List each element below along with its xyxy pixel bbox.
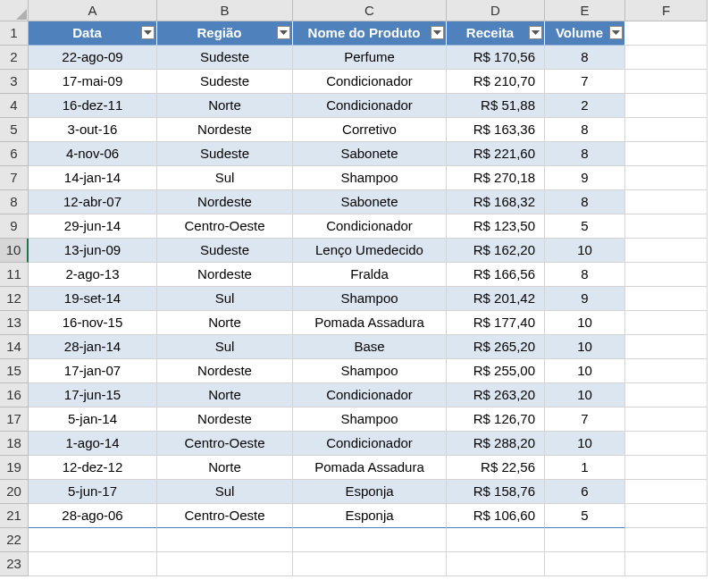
- cell-F6[interactable]: [625, 142, 708, 166]
- cell-D6[interactable]: R$ 221,60: [447, 142, 545, 166]
- cell-C18[interactable]: Condicionador: [293, 432, 447, 456]
- column-header-E[interactable]: E: [545, 0, 625, 21]
- cell-E22[interactable]: [545, 528, 625, 552]
- cell-F10[interactable]: [625, 239, 708, 263]
- col-e-filter-button[interactable]: [609, 26, 623, 39]
- cell-B3[interactable]: Sudeste: [157, 70, 293, 94]
- row-header-3[interactable]: 3: [0, 70, 29, 94]
- cell-D15[interactable]: R$ 255,00: [447, 359, 545, 383]
- cell-A6[interactable]: 4-nov-06: [29, 142, 157, 166]
- cell-D22[interactable]: [447, 528, 545, 552]
- cell-E11[interactable]: 8: [545, 263, 625, 287]
- column-header-B[interactable]: B: [157, 0, 293, 21]
- cell-A21[interactable]: 28-ago-06: [29, 504, 157, 528]
- cell-F12[interactable]: [625, 287, 708, 311]
- cell-A17[interactable]: 5-jan-14: [29, 407, 157, 432]
- row-header-15[interactable]: 15: [0, 359, 29, 383]
- cell-F3[interactable]: [625, 70, 708, 94]
- cell-E17[interactable]: 7: [545, 407, 625, 432]
- table-header-a[interactable]: Data: [29, 21, 157, 46]
- cell-D20[interactable]: R$ 158,76: [447, 480, 545, 504]
- table-header-b[interactable]: Região: [157, 21, 293, 46]
- cell-E12[interactable]: 9: [545, 287, 625, 311]
- cell-E13[interactable]: 10: [545, 311, 625, 335]
- cell-D12[interactable]: R$ 201,42: [447, 287, 545, 311]
- column-header-A[interactable]: A: [29, 0, 157, 21]
- cell-B21[interactable]: Centro-Oeste: [157, 504, 293, 528]
- cell-F2[interactable]: [625, 46, 708, 70]
- cell-F14[interactable]: [625, 335, 708, 359]
- cell-A13[interactable]: 16-nov-15: [29, 311, 157, 335]
- cell-B11[interactable]: Nordeste: [157, 263, 293, 287]
- cell-A12[interactable]: 19-set-14: [29, 287, 157, 311]
- row-header-4[interactable]: 4: [0, 94, 29, 118]
- cell-E16[interactable]: 10: [545, 383, 625, 407]
- cell-E19[interactable]: 1: [545, 456, 625, 480]
- cell-C13[interactable]: Pomada Assadura: [293, 311, 447, 335]
- cell-C16[interactable]: Condicionador: [293, 383, 447, 407]
- cell-D21[interactable]: R$ 106,60: [447, 504, 545, 528]
- cell-E10[interactable]: 10: [545, 239, 625, 263]
- row-header-18[interactable]: 18: [0, 432, 29, 456]
- cell-E6[interactable]: 8: [545, 142, 625, 166]
- cell-F19[interactable]: [625, 456, 708, 480]
- column-header-F[interactable]: F: [625, 0, 708, 21]
- cell-A3[interactable]: 17-mai-09: [29, 70, 157, 94]
- cell-D16[interactable]: R$ 263,20: [447, 383, 545, 407]
- cell-B2[interactable]: Sudeste: [157, 46, 293, 70]
- col-c-filter-button[interactable]: [431, 26, 444, 39]
- cell-F13[interactable]: [625, 311, 708, 335]
- row-header-19[interactable]: 19: [0, 456, 29, 480]
- cell-E7[interactable]: 9: [545, 166, 625, 190]
- row-header-8[interactable]: 8: [0, 190, 29, 214]
- column-header-C[interactable]: C: [293, 0, 447, 21]
- cell-F7[interactable]: [625, 166, 708, 190]
- cell-D8[interactable]: R$ 168,32: [447, 190, 545, 214]
- cell-A23[interactable]: [29, 552, 157, 576]
- column-header-D[interactable]: D: [447, 0, 545, 21]
- row-header-6[interactable]: 6: [0, 142, 29, 166]
- cell-E20[interactable]: 6: [545, 480, 625, 504]
- col-b-filter-button[interactable]: [277, 26, 290, 39]
- cell-D11[interactable]: R$ 166,56: [447, 263, 545, 287]
- cell-B6[interactable]: Sudeste: [157, 142, 293, 166]
- cell-D2[interactable]: R$ 170,56: [447, 46, 545, 70]
- row-header-7[interactable]: 7: [0, 166, 29, 190]
- cell-A10[interactable]: 13-jun-09: [29, 239, 157, 263]
- cell-A22[interactable]: [29, 528, 157, 552]
- row-header-22[interactable]: 22: [0, 528, 29, 552]
- cell-B9[interactable]: Centro-Oeste: [157, 214, 293, 239]
- cell-D13[interactable]: R$ 177,40: [447, 311, 545, 335]
- row-header-9[interactable]: 9: [0, 214, 29, 239]
- cell-B22[interactable]: [157, 528, 293, 552]
- cell-C19[interactable]: Pomada Assadura: [293, 456, 447, 480]
- table-header-d[interactable]: Receita: [447, 21, 545, 46]
- cell-C20[interactable]: Esponja: [293, 480, 447, 504]
- cell-A7[interactable]: 14-jan-14: [29, 166, 157, 190]
- col-a-filter-button[interactable]: [141, 26, 155, 39]
- cell-C8[interactable]: Sabonete: [293, 190, 447, 214]
- cell-F16[interactable]: [625, 383, 708, 407]
- cell-E4[interactable]: 2: [545, 94, 625, 118]
- cell-D18[interactable]: R$ 288,20: [447, 432, 545, 456]
- cell-E23[interactable]: [545, 552, 625, 576]
- cell-B10[interactable]: Sudeste: [157, 239, 293, 263]
- cell-B20[interactable]: Sul: [157, 480, 293, 504]
- row-header-2[interactable]: 2: [0, 46, 29, 70]
- cell-F5[interactable]: [625, 118, 708, 142]
- cell-B12[interactable]: Sul: [157, 287, 293, 311]
- col-d-filter-button[interactable]: [529, 26, 542, 39]
- cell-D7[interactable]: R$ 270,18: [447, 166, 545, 190]
- cell-C12[interactable]: Shampoo: [293, 287, 447, 311]
- cell-C23[interactable]: [293, 552, 447, 576]
- row-header-5[interactable]: 5: [0, 118, 29, 142]
- cell-F22[interactable]: [625, 528, 708, 552]
- row-header-12[interactable]: 12: [0, 287, 29, 311]
- cell-F18[interactable]: [625, 432, 708, 456]
- cell-D9[interactable]: R$ 123,50: [447, 214, 545, 239]
- cell-B16[interactable]: Norte: [157, 383, 293, 407]
- cell-E2[interactable]: 8: [545, 46, 625, 70]
- row-header-20[interactable]: 20: [0, 480, 29, 504]
- cell-A15[interactable]: 17-jan-07: [29, 359, 157, 383]
- cell-C5[interactable]: Corretivo: [293, 118, 447, 142]
